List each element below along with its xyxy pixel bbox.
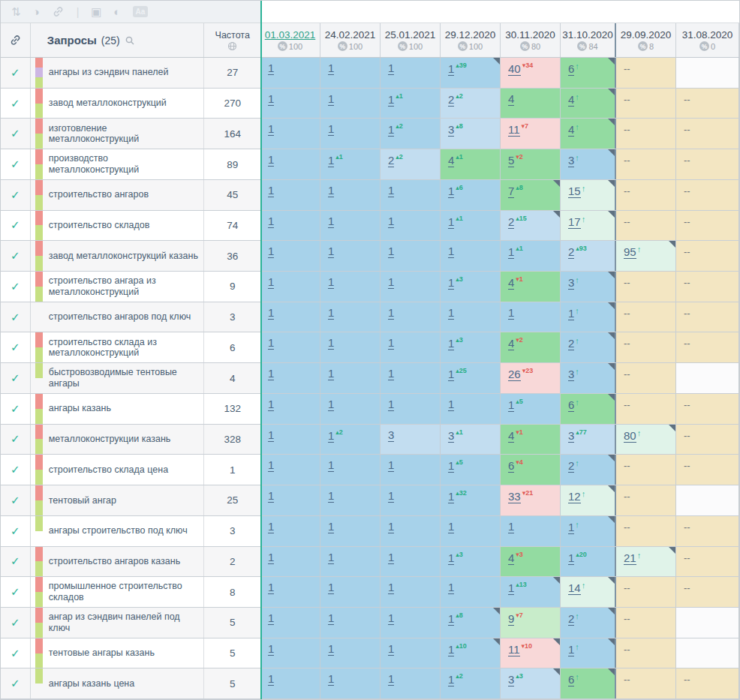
position-cell[interactable]: 1 [260, 425, 320, 455]
date-label[interactable]: 01.03.2021 [265, 29, 316, 41]
position-link[interactable]: 2 [508, 215, 514, 229]
position-link[interactable]: 1 [448, 276, 454, 290]
position-cell[interactable]: 1 [320, 272, 381, 302]
position-link[interactable]: 1 [328, 275, 334, 289]
position-link[interactable]: 1 [388, 336, 394, 350]
position-cell[interactable]: 11▾7 [501, 119, 561, 149]
position-link[interactable]: 11 [508, 643, 520, 656]
position-cell[interactable]: 1 [260, 363, 320, 393]
position-cell[interactable]: 1↑ [561, 638, 616, 668]
position-link[interactable]: 14 [568, 581, 581, 595]
position-link[interactable]: 1 [388, 458, 394, 472]
position-cell[interactable]: 1 [381, 394, 441, 424]
position-link[interactable]: 1 [388, 398, 394, 411]
position-cell[interactable]: 6▾4 [501, 455, 561, 485]
position-link[interactable]: 1 [508, 581, 514, 595]
position-link[interactable]: 1 [388, 123, 394, 137]
date-column-header[interactable]: 29.12.2020%100 [441, 23, 501, 57]
position-link[interactable]: 4 [508, 429, 514, 443]
position-link[interactable]: 1 [328, 642, 334, 656]
position-link[interactable]: 1 [448, 520, 454, 533]
position-cell[interactable]: 1▴32 [441, 485, 501, 515]
position-link[interactable]: 1 [268, 642, 274, 656]
position-cell[interactable]: 1 [381, 272, 441, 302]
date-label[interactable]: 31.10.2020 [562, 29, 613, 41]
keyword-checkbox[interactable]: ✓ [1, 272, 31, 302]
keyword-cell[interactable]: строительство ангаров [31, 180, 204, 210]
position-link[interactable]: 1 [328, 245, 334, 258]
position-cell[interactable]: 1 [260, 89, 320, 119]
position-link[interactable]: 1 [328, 336, 334, 350]
position-cell[interactable]: 1 [441, 394, 501, 424]
position-cell[interactable]: 1▴20 [561, 547, 616, 577]
keyword-cell[interactable]: строительство складов [31, 211, 204, 241]
keyword-checkbox[interactable]: ✓ [1, 89, 31, 119]
position-link[interactable]: 1 [388, 581, 394, 594]
position-link[interactable]: 1 [268, 672, 274, 686]
position-cell[interactable]: 1 [381, 332, 441, 362]
position-link[interactable]: 2 [568, 245, 574, 259]
position-link[interactable]: 1 [448, 306, 454, 320]
position-link[interactable]: 1 [388, 245, 394, 258]
position-cell[interactable]: 3↑ [561, 272, 616, 302]
position-cell[interactable]: 1 [320, 547, 381, 577]
position-cell[interactable]: 1 [260, 272, 320, 302]
position-cell[interactable]: 4 [501, 89, 561, 119]
keyword-checkbox[interactable]: ✓ [1, 455, 31, 485]
position-cell[interactable]: 1▴3 [441, 332, 501, 362]
position-cell[interactable]: 1▴10 [441, 638, 501, 668]
keyword-checkbox[interactable]: ✓ [1, 485, 31, 515]
position-cell[interactable]: 1▴6 [441, 180, 501, 210]
position-cell[interactable]: 1▴3 [441, 272, 501, 302]
position-link[interactable]: 1 [568, 521, 574, 534]
position-link[interactable]: 1 [328, 367, 334, 380]
position-cell[interactable]: 1 [260, 119, 320, 149]
keyword-cell[interactable]: промышленное строительство складов [31, 577, 204, 607]
position-cell[interactable]: 2↑ [561, 608, 616, 638]
position-link[interactable]: 4 [568, 93, 574, 107]
position-link[interactable]: 1 [268, 489, 274, 503]
position-cell[interactable]: 1 [320, 394, 381, 424]
position-link[interactable]: 9 [508, 612, 514, 626]
position-link[interactable]: 1 [568, 307, 574, 320]
keyword-cell[interactable]: производство металлоконструкций [31, 149, 204, 179]
position-cell[interactable]: 1▴1 [381, 89, 441, 119]
keyword-cell[interactable]: строительство склада из металлоконструкц… [31, 332, 204, 362]
position-cell[interactable]: 1▴3 [441, 547, 501, 577]
keyword-checkbox[interactable]: ✓ [1, 516, 31, 546]
position-cell[interactable]: 1▴13 [501, 577, 561, 607]
keyword-cell[interactable]: строительство ангара из металлоконструкц… [31, 272, 204, 302]
position-cell[interactable]: 9▾7 [501, 608, 561, 638]
globe-icon[interactable] [227, 41, 237, 51]
keyword-cell[interactable]: ангары из сэндвич панелей [31, 58, 204, 88]
position-cell[interactable]: 1▴8 [441, 608, 501, 638]
position-cell[interactable]: 1 [260, 302, 320, 332]
position-cell[interactable]: 1▴1 [501, 241, 561, 271]
position-cell[interactable]: 21↑ [616, 547, 676, 577]
position-cell[interactable]: 1↑ [561, 516, 616, 546]
date-label[interactable]: 30.11.2020 [505, 29, 555, 41]
position-link[interactable]: 1 [388, 275, 394, 289]
position-cell[interactable]: 1 [501, 516, 561, 546]
keyword-cell[interactable]: ангары казань цена [31, 668, 204, 698]
keyword-checkbox[interactable]: ✓ [1, 332, 31, 362]
half-circle-icon[interactable]: ◐ [113, 6, 120, 17]
keyword-cell[interactable]: тентовые ангары казань [31, 638, 204, 668]
search-icon[interactable] [125, 35, 135, 46]
position-cell[interactable]: 1 [260, 394, 320, 424]
position-cell[interactable]: 1 [260, 485, 320, 515]
position-cell[interactable]: 1 [320, 58, 381, 88]
position-cell[interactable]: 1 [320, 516, 381, 546]
position-link[interactable]: 1 [328, 184, 334, 197]
position-cell[interactable]: 3↑ [561, 363, 616, 393]
position-cell[interactable]: 1 [381, 180, 441, 210]
position-link[interactable]: 1 [388, 93, 394, 107]
position-cell[interactable]: 1 [320, 485, 381, 515]
position-link[interactable]: 1 [268, 62, 274, 75]
position-link[interactable]: 1 [328, 581, 334, 594]
keyword-checkbox[interactable]: ✓ [1, 425, 31, 455]
position-link[interactable]: 1 [328, 520, 334, 533]
position-cell[interactable]: 1 [260, 332, 320, 362]
position-cell[interactable]: 6↑ [561, 668, 616, 698]
position-link[interactable]: 6 [568, 62, 574, 76]
